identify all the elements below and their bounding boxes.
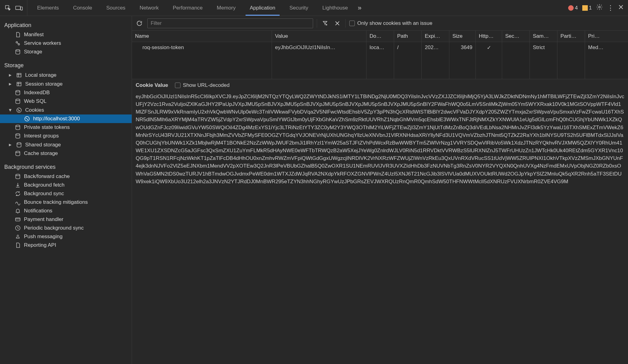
- sidebar-item-label: Payment handler: [24, 216, 64, 223]
- expand-icon[interactable]: ▸: [7, 141, 13, 148]
- sidebar-item-payment-handler[interactable]: Payment handler: [0, 215, 132, 224]
- svg-point-6: [16, 50, 20, 51]
- cell-domain: loca…: [366, 42, 394, 79]
- sidebar-item-label: Background sync: [24, 191, 64, 197]
- warning-count-value: 1: [589, 5, 592, 11]
- sidebar-item-local-storage[interactable]: ▸ Local storage: [0, 71, 132, 79]
- tab-sources[interactable]: Sources: [102, 0, 130, 16]
- more-tabs-icon[interactable]: »: [358, 4, 362, 12]
- device-toolbar-icon[interactable]: [14, 2, 25, 14]
- expand-icon[interactable]: ▸: [7, 72, 13, 78]
- section-background-services: Background services: [0, 161, 132, 172]
- col-path[interactable]: Path: [394, 31, 422, 42]
- filter-input[interactable]: [147, 18, 313, 28]
- col-value[interactable]: Value: [272, 31, 366, 42]
- tab-network[interactable]: Network: [135, 0, 163, 16]
- col-secure[interactable]: Sec…: [502, 31, 530, 42]
- show-url-decoded-label: Show URL-decoded: [183, 82, 230, 88]
- sidebar-item-label: Private state tokens: [24, 124, 70, 130]
- sidebar-item-label: Cookies: [25, 107, 44, 113]
- table-row[interactable]: roq-session-token eyJhbGciOiJIUzI1NiIsIn…: [132, 42, 628, 79]
- error-icon: [568, 5, 574, 11]
- sidebar-item-cookies-origin[interactable]: http://localhost:3000: [0, 114, 132, 123]
- sidebar-item-label: Notifications: [24, 208, 52, 214]
- sidebar-item-notifications[interactable]: Notifications: [0, 207, 132, 215]
- sidebar-item-cache-storage[interactable]: Cache storage: [0, 149, 132, 158]
- sidebar-item-indexeddb[interactable]: IndexedDB: [0, 88, 132, 97]
- col-httponly[interactable]: Http…: [476, 31, 502, 42]
- warning-count[interactable]: 1: [582, 5, 592, 11]
- cell-httponly: ✓: [476, 42, 502, 79]
- sidebar-item-storage-summary[interactable]: Storage: [0, 48, 132, 56]
- svg-point-21: [16, 151, 20, 153]
- col-domain[interactable]: Do…: [366, 31, 394, 42]
- clear-all-icon[interactable]: [333, 19, 342, 28]
- tab-memory[interactable]: Memory: [212, 0, 240, 16]
- expand-icon[interactable]: ▸: [7, 81, 13, 87]
- svg-point-18: [16, 125, 20, 127]
- sidebar-item-periodic-sync[interactable]: Periodic background sync: [0, 224, 132, 232]
- tab-application[interactable]: Application: [246, 0, 280, 16]
- sidebar-item-manifest[interactable]: Manifest: [0, 30, 132, 39]
- sidebar-item-label: Storage: [24, 49, 42, 55]
- svg-point-17: [27, 119, 28, 120]
- settings-icon[interactable]: [596, 4, 603, 12]
- tab-security[interactable]: Security: [285, 0, 312, 16]
- only-issue-checkbox[interactable]: Only show cookies with an issue: [349, 20, 432, 26]
- error-count-value: 4: [575, 5, 578, 11]
- sidebar-item-label: Local storage: [25, 72, 56, 78]
- collapse-icon[interactable]: ▾: [7, 107, 13, 113]
- tab-console[interactable]: Console: [69, 0, 96, 16]
- sidebar-item-interest-groups[interactable]: Interest groups: [0, 132, 132, 140]
- cell-path: /: [394, 42, 422, 79]
- col-partition[interactable]: Parti…: [557, 31, 585, 42]
- tab-performance[interactable]: Performance: [169, 0, 207, 16]
- sidebar-item-background-sync[interactable]: Background sync: [0, 189, 132, 198]
- col-name[interactable]: Name: [132, 31, 272, 42]
- sidebar-item-label: Web SQL: [24, 98, 46, 104]
- sidebar-item-bfcache[interactable]: Back/forward cache: [0, 172, 132, 181]
- svg-point-16: [26, 118, 27, 119]
- sidebar-item-bounce-tracking[interactable]: Bounce tracking mitigations: [0, 198, 132, 207]
- sidebar-item-session-storage[interactable]: ▸ Session storage: [0, 79, 132, 88]
- cookies-table-header: Name Value Do… Path Expi… Size Http… Sec…: [132, 31, 628, 42]
- sidebar-item-shared-storage[interactable]: ▸ Shared storage: [0, 140, 132, 149]
- sidebar-item-label: Session storage: [25, 81, 63, 87]
- col-size[interactable]: Size: [449, 31, 476, 42]
- cell-name: roq-session-token: [132, 42, 272, 79]
- refresh-icon[interactable]: [135, 19, 144, 28]
- sidebar-item-service-workers[interactable]: Service workers: [0, 39, 132, 48]
- sidebar-item-private-state-tokens[interactable]: Private state tokens: [0, 123, 132, 132]
- cell-partition: [557, 42, 585, 79]
- inspect-element-icon[interactable]: [2, 2, 14, 14]
- svg-rect-2: [21, 7, 22, 10]
- error-count[interactable]: 4: [568, 5, 578, 11]
- section-application: Application: [0, 19, 132, 30]
- sidebar-item-label: http://localhost:3000: [33, 116, 80, 122]
- col-samesite[interactable]: Sam…: [530, 31, 557, 42]
- section-storage: Storage: [0, 59, 132, 71]
- clear-filter-icon[interactable]: [321, 19, 329, 28]
- col-priority[interactable]: Pri…: [585, 31, 613, 42]
- svg-point-3: [599, 6, 600, 8]
- sidebar-item-label: Service workers: [24, 40, 61, 46]
- tab-lighthouse[interactable]: Lighthouse: [318, 0, 352, 16]
- show-url-decoded-checkbox[interactable]: Show URL-decoded: [175, 82, 230, 88]
- sidebar-item-background-fetch[interactable]: Background fetch: [0, 181, 132, 189]
- sidebar-item-websql[interactable]: Web SQL: [0, 97, 132, 106]
- col-expires[interactable]: Expi…: [422, 31, 449, 42]
- sidebar-item-cookies[interactable]: ▾ Cookies: [0, 106, 132, 114]
- devtools-tabs: Elements Console Sources Network Perform…: [27, 0, 568, 16]
- checkbox-icon: [349, 21, 355, 26]
- tab-elements[interactable]: Elements: [33, 0, 63, 16]
- sidebar-item-push-messaging[interactable]: Push messaging: [0, 232, 132, 241]
- only-issue-label: Only show cookies with an issue: [357, 20, 432, 26]
- svg-point-14: [18, 110, 19, 111]
- sidebar-item-reporting-api[interactable]: Reporting API: [0, 241, 132, 250]
- cookie-value-text[interactable]: eyJhbGciOiJIUzI1NiIsInR5cCI6IkpXVCJ9.eyJ…: [132, 91, 628, 364]
- application-sidebar: Application Manifest Service workers Sto…: [0, 16, 132, 364]
- close-devtools-icon[interactable]: [618, 4, 624, 11]
- sidebar-item-label: Cache storage: [24, 150, 58, 157]
- kebab-menu-icon[interactable]: ⋮: [607, 5, 614, 11]
- sidebar-item-label: Bounce tracking mitigations: [24, 199, 88, 205]
